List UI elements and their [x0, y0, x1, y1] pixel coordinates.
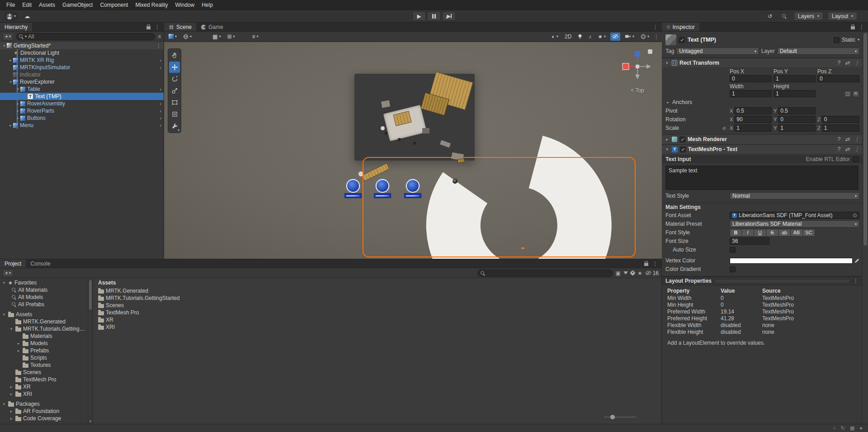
folder-mrtk-generated[interactable]: MRTK.Generated	[0, 318, 93, 325]
hierarchy-item-indicator[interactable]: Indicator	[0, 71, 164, 78]
gizmos-dropdown[interactable]: ▾	[639, 33, 651, 41]
folder-xri[interactable]: ▸XRI	[0, 390, 93, 398]
transform-tool-button[interactable]	[169, 109, 180, 120]
font-size-field[interactable]: 36	[730, 237, 769, 245]
asset-mrtk-tutorials[interactable]: MRTK.Tutorials.GettingStarted	[94, 294, 661, 302]
italic-button[interactable]: I	[742, 229, 754, 237]
font-asset-field[interactable]: T LiberationSans SDF (TMP_Font Asset) ⊙	[730, 212, 859, 219]
package-ar-foundation[interactable]: ▸AR Foundation	[0, 408, 93, 415]
open-prefab-icon[interactable]: ›	[160, 57, 161, 63]
folder-scenes[interactable]: Scenes	[0, 369, 93, 376]
anchors-foldout[interactable]: ▸ Anchors	[665, 98, 859, 106]
global-search-button[interactable]	[779, 12, 789, 21]
open-prefab-icon[interactable]: ›	[160, 101, 161, 106]
scale-z-field[interactable]: 1	[822, 124, 859, 132]
rotate-tool-button[interactable]	[169, 73, 180, 85]
foldout-icon[interactable]: ▾	[2, 402, 6, 406]
create-asset-button[interactable]: + ▾	[3, 270, 13, 277]
pivot-x-field[interactable]: 0.5	[734, 107, 772, 114]
smallcaps-button[interactable]: SC	[803, 229, 815, 237]
auto-size-checkbox[interactable]	[730, 247, 736, 253]
open-prefab-icon[interactable]: ›	[160, 123, 161, 128]
layout-dropdown[interactable]: Layout ▾	[828, 12, 857, 20]
uniform-scale-link-icon[interactable]: ⊘	[722, 126, 726, 131]
pos-z-field[interactable]: 0	[817, 75, 859, 82]
foldout-icon[interactable]: ▾	[2, 280, 6, 285]
foldout-icon[interactable]: ▸	[8, 123, 13, 128]
snap-settings-dropdown[interactable]: ⊞▾	[225, 33, 236, 41]
vertex-color-swatch[interactable]	[730, 258, 853, 264]
mesh-renderer-checkbox[interactable]: ✓	[679, 137, 685, 142]
hierarchy-search[interactable]: ▾	[16, 33, 155, 40]
audio-toggle[interactable]: ♪	[587, 33, 593, 41]
tab-console[interactable]: Console	[26, 259, 55, 268]
menu-component[interactable]: Component	[96, 0, 132, 10]
pos-y-field[interactable]: 1	[774, 75, 816, 82]
step-button[interactable]: ▶	[442, 11, 456, 21]
create-object-button[interactable]: + ▾	[3, 33, 13, 40]
hierarchy-item-rover-assembly[interactable]: ▸ RoverAssembly ›	[0, 100, 164, 107]
layout-properties-header[interactable]: Layout Properties ⋮	[662, 276, 862, 285]
static-dropdown-icon[interactable]: ▾	[858, 38, 859, 42]
slider-knob[interactable]	[610, 415, 615, 419]
tab-inspector[interactable]: ⊙ Inspector	[662, 23, 699, 31]
menu-edit[interactable]: Edit	[19, 0, 35, 10]
hierarchy-item-mrtk-input-simulator[interactable]: MRTKInputSimulator ›	[0, 64, 164, 71]
menu-assets[interactable]: Assets	[35, 0, 59, 10]
eyedropper-icon[interactable]	[854, 258, 859, 263]
help-icon[interactable]: ?	[837, 137, 840, 142]
textmeshpro-header[interactable]: ▾ T ✓ TextMeshPro - Text ? ⇄ ⋮	[662, 144, 862, 154]
foldout-icon[interactable]: ▸	[9, 416, 14, 421]
asset-mrtk-generated[interactable]: MRTK.Generated	[94, 287, 661, 294]
menu-mixed-reality[interactable]: Mixed Reality	[132, 0, 171, 10]
foldout-icon[interactable]: ▸	[9, 385, 14, 389]
component-menu-icon[interactable]: ⋮	[853, 278, 859, 284]
favorite-all-materials[interactable]: All Materials	[0, 286, 93, 294]
color-gradient-checkbox[interactable]	[730, 266, 736, 272]
folder-models[interactable]: ▸Models	[0, 340, 93, 347]
foldout-icon[interactable]: ▾	[665, 147, 670, 152]
open-prefab-icon[interactable]: ›	[160, 86, 161, 92]
tab-hierarchy[interactable]: Hierarchy	[0, 23, 32, 31]
asset-xr[interactable]: XR	[94, 316, 661, 323]
status-refresh-icon[interactable]: ↻	[841, 426, 845, 431]
foldout-icon[interactable]: ▾	[665, 61, 670, 65]
static-checkbox[interactable]	[834, 37, 840, 43]
layers-dropdown[interactable]: Layers ▾	[794, 12, 823, 20]
active-checkbox[interactable]: ✓	[679, 37, 685, 43]
panel-menu-icon[interactable]: ⋮	[652, 261, 658, 266]
favorites-root[interactable]: ▾ ★ Favorites	[0, 279, 93, 286]
menu-file[interactable]: File	[3, 0, 19, 10]
hidden-packages-toggle[interactable]: 16	[645, 270, 659, 276]
inspector-scrollbar[interactable]	[862, 32, 868, 424]
lowercase-button[interactable]: ab	[778, 229, 791, 237]
scene-visibility-toggle[interactable]	[610, 33, 620, 41]
folder-materials[interactable]: Materials	[0, 332, 93, 340]
folder-textures[interactable]: Textures	[0, 361, 93, 369]
height-field[interactable]: 1	[774, 90, 816, 97]
axis-gizmo[interactable]	[618, 48, 656, 90]
pressable-button[interactable]	[377, 180, 388, 192]
foldout-icon[interactable]: ▸	[15, 116, 20, 120]
pressable-button[interactable]	[347, 180, 359, 192]
scale-y-field[interactable]: 1	[778, 124, 816, 132]
component-menu-icon[interactable]: ⋮	[854, 137, 859, 142]
scene-viewport[interactable]: ▾ < Top	[164, 42, 662, 259]
width-field[interactable]: 1	[730, 90, 772, 97]
search-options-icon[interactable]: ▣	[616, 271, 621, 276]
undo-history-button[interactable]: ↺	[765, 12, 775, 21]
foldout-icon[interactable]: ▸	[9, 409, 14, 413]
folder-scripts[interactable]: Scripts	[0, 354, 93, 361]
view-orientation-label[interactable]: < Top	[618, 87, 656, 94]
camera-settings-dropdown[interactable]: ▾	[623, 33, 636, 41]
help-icon[interactable]: ?	[837, 60, 840, 66]
custom-tool-button[interactable]: ▾	[169, 120, 180, 132]
panel-menu-icon[interactable]: ⋮	[859, 24, 864, 30]
foldout-icon[interactable]: ▸	[9, 392, 14, 396]
account-button[interactable]: ▾	[4, 12, 19, 21]
help-icon[interactable]: ?	[837, 147, 840, 152]
effects-dropdown[interactable]: ★▾	[596, 33, 608, 41]
scene-menu-icon[interactable]: ⋮	[156, 43, 161, 48]
tab-scene[interactable]: Scene	[164, 23, 196, 31]
project-search-input[interactable]	[486, 270, 610, 276]
